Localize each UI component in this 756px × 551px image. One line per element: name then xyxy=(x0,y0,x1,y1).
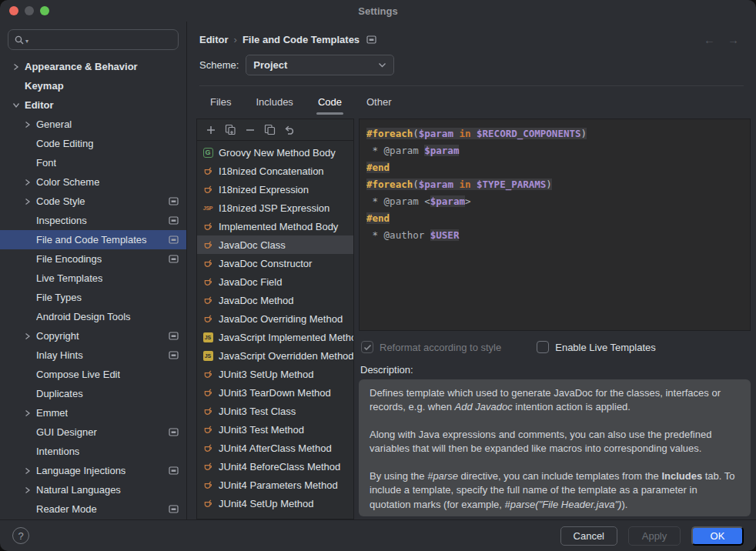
chevron-right-icon[interactable] xyxy=(22,198,34,205)
template-item-junit3-test-method[interactable]: JUnit3 Test Method xyxy=(197,420,353,439)
sidebar-item-keymap[interactable]: Keymap xyxy=(0,76,186,95)
zoom-window-button[interactable] xyxy=(40,6,49,15)
sidebar-item-compose-live-edit[interactable]: Compose Live Edit xyxy=(0,365,186,384)
template-item-label: JUnit4 AfterClass Method xyxy=(219,442,332,454)
help-button[interactable]: ? xyxy=(12,527,29,544)
java-file-icon xyxy=(202,259,213,269)
sidebar-item-font[interactable]: Font xyxy=(0,153,186,172)
template-item-label: JUnit3 Test Method xyxy=(219,424,304,436)
tab-files[interactable]: Files xyxy=(201,92,240,115)
template-item-i18nized-jsp-expression[interactable]: JSPI18nized JSP Expression xyxy=(197,199,353,217)
template-item-junit4-afterclass-method[interactable]: JUnit4 AfterClass Method xyxy=(197,439,353,457)
breadcrumb-root[interactable]: Editor xyxy=(199,34,229,45)
sidebar-item-code-style[interactable]: Code Style xyxy=(0,192,186,211)
sidebar-item-inspections[interactable]: Inspections xyxy=(0,211,186,230)
chevron-right-icon[interactable] xyxy=(22,121,34,129)
reset-to-default-button[interactable] xyxy=(284,125,296,135)
sidebar-item-reader-mode[interactable]: Reader Mode xyxy=(0,499,186,519)
template-item-junit3-teardown-method[interactable]: JUnit3 TearDown Method xyxy=(197,383,353,402)
sidebar-item-android-design-tools[interactable]: Android Design Tools xyxy=(0,307,186,326)
sidebar-item-label: Code Style xyxy=(36,195,85,207)
template-item-i18nized-concatenation[interactable]: I18nized Concatenation xyxy=(197,162,353,180)
sidebar-item-label: File Encodings xyxy=(36,253,102,265)
project-level-icon xyxy=(169,332,179,340)
template-item-javascript-overridden-method[interactable]: JSJavaScript Overridden Method xyxy=(197,346,353,365)
sidebar-item-copyright[interactable]: Copyright xyxy=(0,326,186,346)
sidebar-item-label: Natural Languages xyxy=(36,484,121,496)
sidebar-item-general[interactable]: General xyxy=(0,115,186,134)
sidebar-item-file-and-code-templates[interactable]: File and Code Templates xyxy=(0,230,186,249)
sidebar-item-inlay-hints[interactable]: Inlay Hints xyxy=(0,346,186,365)
template-item-junit3-test-class[interactable]: JUnit3 Test Class xyxy=(197,402,353,420)
remove-template-button[interactable] xyxy=(245,125,256,135)
template-item-groovy-new-method-body[interactable]: GGroovy New Method Body xyxy=(197,143,353,162)
sidebar-item-color-scheme[interactable]: Color Scheme xyxy=(0,172,186,192)
sidebar-item-emmet[interactable]: Emmet xyxy=(0,403,186,422)
settings-sidebar: ▾ Appearance & BehaviorKeymapEditorGener… xyxy=(0,22,187,519)
chevron-right-icon[interactable] xyxy=(22,179,34,186)
create-child-template-button[interactable] xyxy=(225,124,236,135)
sidebar-item-code-editing[interactable]: Code Editing xyxy=(0,134,186,153)
search-input[interactable] xyxy=(29,33,172,46)
search-history-chevron-icon[interactable]: ▾ xyxy=(25,38,28,45)
tab-includes[interactable]: Includes xyxy=(246,92,302,115)
code-line: #foreach($param in $RECORD_COMPONENTS) xyxy=(366,125,743,142)
template-item-junit4-setup-method[interactable]: JUnit4 SetUp Method xyxy=(197,494,353,513)
cancel-button[interactable]: Cancel xyxy=(560,526,617,546)
add-template-button[interactable] xyxy=(206,125,216,135)
java-file-icon xyxy=(202,499,213,509)
sidebar-item-duplicates[interactable]: Duplicates xyxy=(0,384,186,403)
close-window-button[interactable] xyxy=(9,6,18,15)
sidebar-item-file-encodings[interactable]: File Encodings xyxy=(0,249,186,269)
chevron-right-icon[interactable] xyxy=(22,409,34,417)
description-paragraph: Defines template which used to generate … xyxy=(370,386,740,415)
template-item-javadoc-overriding-method[interactable]: JavaDoc Overriding Method xyxy=(197,309,353,328)
chevron-right-icon[interactable] xyxy=(22,332,34,340)
java-file-icon xyxy=(202,406,213,416)
tab-other[interactable]: Other xyxy=(357,92,401,115)
sidebar-item-intentions[interactable]: Intentions xyxy=(0,442,186,461)
chevron-right-icon[interactable] xyxy=(10,63,22,71)
chevron-down-icon[interactable] xyxy=(10,102,22,109)
template-item-javadoc-field[interactable]: JavaDoc Field xyxy=(197,272,353,291)
settings-search[interactable]: ▾ xyxy=(8,29,179,50)
template-item-javadoc-method[interactable]: JavaDoc Method xyxy=(197,291,353,309)
back-arrow-icon[interactable]: ← xyxy=(704,33,715,46)
template-item-junit4-beforeclass-method[interactable]: JUnit4 BeforeClass Method xyxy=(197,457,353,476)
tab-code[interactable]: Code xyxy=(309,92,351,115)
sidebar-item-gui-designer[interactable]: GUI Designer xyxy=(0,422,186,442)
copy-template-button[interactable] xyxy=(264,124,276,135)
template-item-label: JavaDoc Method xyxy=(219,295,294,306)
project-level-icon xyxy=(366,35,376,44)
sidebar-item-appearance-behavior[interactable]: Appearance & Behavior xyxy=(0,57,186,76)
template-item-javadoc-constructor[interactable]: JavaDoc Constructor xyxy=(197,254,353,272)
chevron-right-icon[interactable] xyxy=(22,486,34,494)
template-item-javadoc-class[interactable]: JavaDoc Class xyxy=(197,235,353,254)
template-item-junit4-parameters-method[interactable]: JUnit4 Parameters Method xyxy=(197,476,353,494)
sidebar-item-label: Duplicates xyxy=(36,388,83,399)
chevron-right-icon[interactable] xyxy=(22,467,34,475)
sidebar-item-language-injections[interactable]: Language Injections xyxy=(0,461,186,480)
sidebar-item-label: Copyright xyxy=(36,330,79,342)
sidebar-item-editor[interactable]: Editor xyxy=(0,95,186,115)
scheme-select[interactable]: Project xyxy=(246,55,394,75)
ok-button[interactable]: OK xyxy=(691,526,744,546)
reformat-checkbox-label: Reformat according to style xyxy=(380,342,501,353)
template-item-implemented-method-body[interactable]: Implemented Method Body xyxy=(197,217,353,235)
template-item-javascript-implemented-method[interactable]: JSJavaScript Implemented Method xyxy=(197,328,353,346)
enable-live-templates-checkbox[interactable]: Enable Live Templates xyxy=(537,341,656,353)
sidebar-item-label: General xyxy=(36,119,72,130)
template-editor[interactable]: #foreach($param in $RECORD_COMPONENTS) *… xyxy=(359,119,751,331)
java-file-icon xyxy=(202,296,213,306)
sidebar-item-live-templates[interactable]: Live Templates xyxy=(0,269,186,288)
jsp-file-icon: JSP xyxy=(202,205,213,211)
java-file-icon xyxy=(202,462,213,472)
template-item-i18nized-expression[interactable]: I18nized Expression xyxy=(197,180,353,199)
sidebar-item-natural-languages[interactable]: Natural Languages xyxy=(0,480,186,499)
template-item-label: JUnit3 SetUp Method xyxy=(219,369,314,380)
sidebar-item-file-types[interactable]: File Types xyxy=(0,288,186,307)
forward-arrow-icon[interactable]: → xyxy=(728,33,739,46)
template-item-junit3-setup-method[interactable]: JUnit3 SetUp Method xyxy=(197,365,353,383)
sidebar-item-label: Android Design Tools xyxy=(36,311,131,322)
java-file-icon xyxy=(202,369,213,379)
